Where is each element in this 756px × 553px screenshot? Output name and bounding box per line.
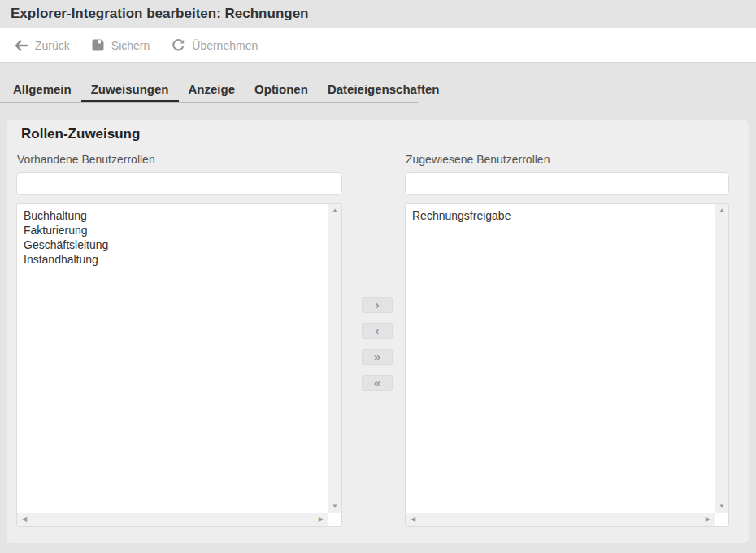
back-button[interactable]: Zurück: [15, 39, 70, 52]
save-button[interactable]: Sichern: [92, 39, 150, 52]
scroll-left-icon[interactable]: ◀: [22, 516, 27, 523]
list-item[interactable]: Rechnungsfreigabe: [412, 208, 715, 223]
panel-heading: Rollen-Zuweisung: [21, 126, 140, 142]
move-all-right-button[interactable]: »: [362, 349, 393, 365]
scroll-up-icon[interactable]: ▲: [332, 207, 338, 214]
tab-optionen[interactable]: Optionen: [245, 77, 318, 102]
tab-zuweisungen[interactable]: Zuweisungen: [81, 77, 179, 102]
list-item[interactable]: Buchhaltung: [24, 208, 328, 223]
window-title-bar: Explorer-Integration bearbeiten: Rechnun…: [0, 0, 756, 28]
tab-bar: Allgemein Zuweisungen Anzeige Optionen D…: [0, 77, 418, 103]
scroll-up-icon[interactable]: ▲: [719, 207, 725, 214]
available-roles-items: Buchhaltung Fakturierung Geschäftsleitun…: [17, 204, 328, 513]
move-right-button[interactable]: ›: [362, 297, 393, 313]
vertical-scrollbar[interactable]: ▲ ▼: [715, 204, 728, 513]
page-title: Explorer-Integration bearbeiten: Rechnun…: [11, 6, 309, 22]
scroll-right-icon[interactable]: ▶: [706, 516, 710, 523]
apply-button[interactable]: Übernehmen: [172, 39, 258, 52]
tab-allgemein[interactable]: Allgemein: [3, 77, 81, 102]
horizontal-scrollbar[interactable]: ◀ ▶: [17, 513, 328, 526]
transfer-button-group: › ‹ » «: [362, 297, 393, 391]
available-roles-label: Vorhandene Benutzerrollen: [17, 153, 155, 166]
floppy-disk-icon: [92, 39, 104, 51]
assigned-roles-items: Rechnungsfreigabe: [406, 204, 715, 513]
tab-dateieigenschaften[interactable]: Dateieigenschaften: [318, 77, 450, 102]
arrow-left-icon: [15, 40, 28, 51]
list-item[interactable]: Fakturierung: [24, 223, 328, 237]
apply-button-label: Übernehmen: [192, 39, 258, 52]
scroll-down-icon[interactable]: ▼: [719, 503, 725, 510]
scroll-left-icon[interactable]: ◀: [411, 516, 415, 523]
list-item[interactable]: Geschäftsleitung: [24, 237, 328, 252]
assigned-roles-filter-input[interactable]: [405, 172, 729, 195]
vertical-scrollbar[interactable]: ▲ ▼: [328, 204, 341, 513]
available-roles-filter-input[interactable]: [16, 172, 342, 195]
scroll-down-icon[interactable]: ▼: [332, 503, 338, 510]
toolbar: Zurück Sichern Übernehmen: [0, 28, 756, 63]
horizontal-scrollbar[interactable]: ◀ ▶: [406, 513, 715, 526]
move-left-button[interactable]: ‹: [362, 323, 393, 339]
list-item[interactable]: Instandhaltung: [24, 252, 328, 267]
scroll-right-icon[interactable]: ▶: [319, 516, 324, 523]
assigned-roles-label: Zugewiesene Benutzerrollen: [406, 153, 550, 166]
move-all-left-button[interactable]: «: [362, 375, 393, 391]
assigned-roles-list: Rechnungsfreigabe ▲ ▼ ◀ ▶: [405, 203, 729, 527]
back-button-label: Zurück: [35, 39, 70, 52]
available-roles-list: Buchhaltung Fakturierung Geschäftsleitun…: [16, 203, 342, 527]
save-button-label: Sichern: [111, 39, 150, 52]
refresh-icon: [172, 39, 185, 52]
role-assignment-panel: Rollen-Zuweisung Vorhandene Benutzerroll…: [7, 120, 749, 543]
tab-anzeige[interactable]: Anzeige: [179, 77, 245, 102]
